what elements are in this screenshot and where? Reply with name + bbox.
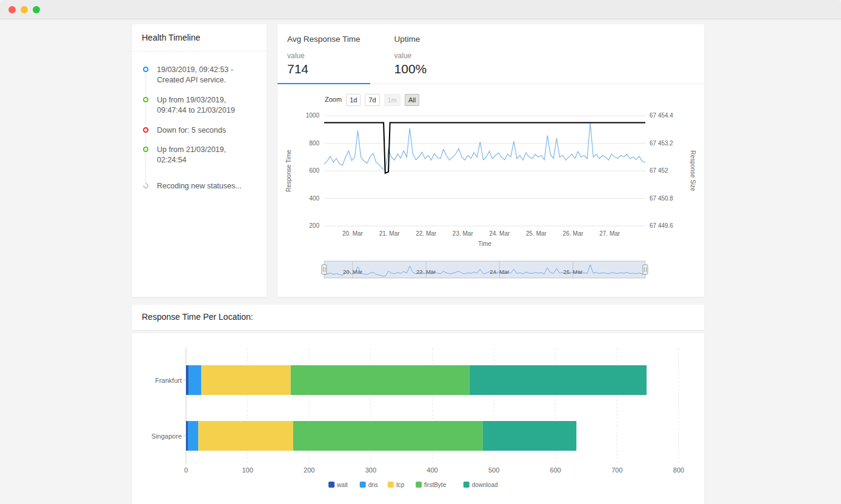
dashboard-content: Health Timeline 19/03/2019, 09:42:53 - C…: [0, 19, 841, 504]
svg-text:200: 200: [304, 466, 314, 474]
zoom-button-1d[interactable]: 1d: [346, 94, 361, 106]
svg-text:Frankfurt: Frankfurt: [155, 377, 182, 384]
svg-text:24. Mar: 24. Mar: [490, 268, 509, 275]
zoom-button-1m: 1m: [384, 94, 401, 106]
legend-item-firstByte[interactable]: firstByte: [416, 482, 447, 488]
timeline-item-text: Recoding new statuses...: [157, 182, 242, 190]
bar-dns-frankfurt: [188, 365, 201, 395]
timeline-item-text: Down for: 5 seconds: [157, 126, 226, 134]
timeline-dot-icon: [143, 67, 148, 72]
svg-text:22. Mar: 22. Mar: [416, 230, 437, 237]
svg-text:800: 800: [673, 466, 684, 474]
timeline-connector: [145, 74, 146, 94]
response-time-chart: 200400600800100067 449.667 450.867 45267…: [278, 107, 704, 256]
svg-text:600: 600: [309, 167, 319, 174]
svg-text:67 452: 67 452: [650, 167, 668, 174]
navigator-handle-left[interactable]: [322, 265, 327, 274]
timeline-item: Down for: 5 seconds: [143, 125, 257, 136]
location-chart-title: Response Time Per Location:: [132, 305, 704, 329]
timeline-item: Up from 19/03/2019, 09:47:44 to 21/03/20…: [143, 95, 257, 116]
svg-text:67 454.4: 67 454.4: [650, 112, 673, 119]
svg-text:27. Mar: 27. Mar: [599, 230, 620, 237]
svg-text:26. Mar: 26. Mar: [563, 268, 582, 275]
timeline-connector: [145, 104, 146, 124]
chart-navigator[interactable]: 20. Mar22. Mar24. Mar26. Mar: [278, 256, 704, 283]
location-bar-chart: 0100200300400500600700800FrankfurtSingap…: [132, 333, 704, 504]
bar-wait-singapore: [186, 421, 188, 451]
timeline-item: Recoding new statuses...: [143, 181, 257, 191]
legend-item-wait[interactable]: wait: [328, 482, 348, 488]
svg-text:800: 800: [309, 140, 319, 147]
window-titlebar[interactable]: [0, 0, 841, 19]
svg-text:download: download: [472, 482, 498, 488]
stat-tab-uptime[interactable]: Uptimevalue100%: [385, 24, 437, 84]
timeline-item: 19/03/2019, 09:42:53 - Created API servi…: [143, 65, 257, 85]
app-window: Health Timeline 19/03/2019, 09:42:53 - C…: [0, 0, 841, 504]
bar-download-frankfurt: [469, 365, 647, 395]
legend-item-download[interactable]: download: [464, 482, 498, 488]
stat-value: 100%: [394, 62, 427, 76]
timeline-dot-icon: [143, 97, 148, 102]
zoom-button-all[interactable]: All: [405, 94, 419, 106]
zoom-window-button[interactable]: [33, 6, 40, 13]
svg-text:dns: dns: [368, 482, 378, 488]
response-stats-card: Avg Response Timevalue714Uptimevalue100%…: [278, 24, 704, 297]
svg-text:25. Mar: 25. Mar: [526, 230, 547, 237]
health-timeline-card: Health Timeline 19/03/2019, 09:42:53 - C…: [132, 24, 267, 297]
legend-item-tcp[interactable]: tcp: [388, 482, 405, 488]
svg-text:Response Time: Response Time: [285, 150, 292, 192]
svg-text:400: 400: [427, 466, 437, 474]
zoom-buttons-group: 1d7d1mAll: [342, 94, 419, 105]
svg-text:1000: 1000: [306, 112, 320, 119]
series-response-time: [324, 123, 645, 170]
svg-text:700: 700: [611, 466, 622, 474]
svg-text:300: 300: [365, 466, 376, 474]
bar-firstByte-singapore: [293, 421, 483, 451]
navigator-handle-right[interactable]: [643, 265, 648, 274]
timeline-item-text: Up from 21/03/2019, 02:24:54: [157, 145, 226, 164]
bar-tcp-frankfurt: [201, 365, 290, 395]
close-window-button[interactable]: [8, 6, 16, 13]
zoom-controls: Zoom 1d7d1mAll: [325, 93, 704, 106]
svg-text:600: 600: [550, 466, 561, 474]
stat-value: 714: [287, 62, 361, 76]
timeline-item-text: Up from 19/03/2019, 09:47:44 to 21/03/20…: [157, 96, 235, 114]
svg-text:Response Size: Response Size: [690, 150, 696, 191]
timeline-item: Up from 21/03/2019, 02:24:54: [143, 145, 257, 165]
svg-text:100: 100: [242, 466, 253, 474]
stat-sublabel: value: [287, 51, 361, 60]
svg-text:tcp: tcp: [396, 482, 405, 488]
loading-icon: [142, 182, 150, 190]
svg-text:67 450.8: 67 450.8: [650, 195, 673, 202]
svg-text:21. Mar: 21. Mar: [379, 230, 401, 237]
location-chart-card: 0100200300400500600700800FrankfurtSingap…: [132, 333, 704, 504]
svg-text:20. Mar: 20. Mar: [343, 268, 362, 275]
svg-text:200: 200: [309, 222, 319, 229]
svg-text:0: 0: [184, 466, 188, 474]
navigator-selected-range[interactable]: [324, 261, 645, 278]
svg-text:22. Mar: 22. Mar: [416, 268, 436, 275]
minimize-window-button[interactable]: [21, 6, 28, 13]
svg-text:24. Mar: 24. Mar: [489, 230, 510, 237]
svg-text:firstByte: firstByte: [424, 482, 447, 488]
bar-dns-singapore: [188, 421, 198, 451]
bar-tcp-singapore: [198, 421, 293, 451]
stats-header: Avg Response Timevalue714Uptimevalue100%: [278, 24, 704, 84]
stat-title: Uptime: [394, 35, 427, 44]
zoom-button-7d[interactable]: 7d: [365, 94, 379, 106]
svg-text:20. Mar: 20. Mar: [342, 230, 364, 237]
health-timeline-title: Health Timeline: [132, 24, 267, 51]
bar-firstByte-frankfurt: [291, 365, 470, 395]
stat-sublabel: value: [394, 51, 427, 60]
svg-text:Time: Time: [478, 240, 491, 247]
timeline-item-text: 19/03/2019, 09:42:53 - Created API servi…: [157, 65, 233, 84]
legend-item-dns[interactable]: dns: [360, 482, 378, 488]
stat-tab-avg-response-time[interactable]: Avg Response Timevalue714: [278, 24, 370, 84]
stat-title: Avg Response Time: [287, 35, 361, 44]
timeline-dot-icon: [143, 127, 148, 133]
svg-text:500: 500: [488, 466, 499, 474]
location-section-header: Response Time Per Location:: [132, 305, 704, 330]
bar-download-singapore: [483, 421, 576, 451]
health-timeline-list: 19/03/2019, 09:42:53 - Created API servi…: [132, 51, 267, 191]
svg-text:26. Mar: 26. Mar: [563, 230, 584, 237]
